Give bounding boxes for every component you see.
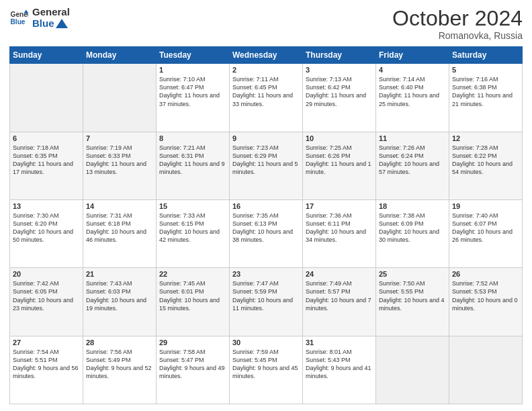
week-row-4: 20 Sunrise: 7:42 AMSunset: 6:05 PMDaylig… — [10, 268, 523, 336]
day-number: 22 — [159, 270, 226, 278]
day-cell: 20 Sunrise: 7:42 AMSunset: 6:05 PMDaylig… — [10, 268, 83, 336]
cell-info: Sunrise: 7:54 AMSunset: 5:51 PMDaylight:… — [13, 348, 80, 381]
day-cell: 19 Sunrise: 7:40 AMSunset: 6:07 PMDaylig… — [449, 199, 523, 267]
day-cell — [10, 64, 83, 132]
day-cell: 3 Sunrise: 7:13 AMSunset: 6:42 PMDayligh… — [303, 64, 376, 132]
day-number: 21 — [86, 270, 153, 278]
day-number: 19 — [452, 202, 519, 210]
day-cell: 24 Sunrise: 7:49 AMSunset: 5:57 PMDaylig… — [303, 268, 376, 336]
header: General Blue General Blue October 2024 R… — [9, 7, 523, 41]
cell-info: Sunrise: 7:50 AMSunset: 5:55 PMDaylight:… — [379, 279, 446, 312]
cell-info: Sunrise: 7:52 AMSunset: 5:53 PMDaylight:… — [452, 279, 519, 312]
day-number: 5 — [452, 66, 519, 74]
day-cell: 14 Sunrise: 7:31 AMSunset: 6:18 PMDaylig… — [83, 199, 157, 267]
day-number: 3 — [306, 66, 373, 74]
day-header-thursday: Thursday — [303, 47, 376, 64]
day-number: 11 — [379, 134, 446, 142]
day-header-saturday: Saturday — [449, 47, 523, 64]
day-cell: 30 Sunrise: 7:59 AMSunset: 5:45 PMDaylig… — [230, 336, 303, 404]
day-cell: 27 Sunrise: 7:54 AMSunset: 5:51 PMDaylig… — [10, 336, 83, 404]
cell-info: Sunrise: 7:18 AMSunset: 6:35 PMDaylight:… — [13, 144, 80, 177]
day-cell: 16 Sunrise: 7:35 AMSunset: 6:13 PMDaylig… — [230, 199, 303, 267]
cell-info: Sunrise: 7:43 AMSunset: 6:03 PMDaylight:… — [86, 279, 153, 312]
cell-info: Sunrise: 7:35 AMSunset: 6:13 PMDaylight:… — [232, 212, 300, 244]
day-number: 1 — [159, 66, 226, 74]
logo-blue: Blue — [32, 18, 70, 30]
day-number: 24 — [306, 270, 373, 278]
week-row-5: 27 Sunrise: 7:54 AMSunset: 5:51 PMDaylig… — [10, 336, 523, 404]
cell-info: Sunrise: 7:23 AMSunset: 6:29 PMDaylight:… — [232, 144, 300, 177]
day-number: 27 — [13, 338, 80, 347]
logo-arrow-icon — [56, 19, 68, 28]
cell-info: Sunrise: 7:40 AMSunset: 6:07 PMDaylight:… — [452, 212, 519, 244]
week-row-3: 13 Sunrise: 7:30 AMSunset: 6:20 PMDaylig… — [10, 199, 523, 267]
day-cell: 25 Sunrise: 7:50 AMSunset: 5:55 PMDaylig… — [376, 268, 449, 336]
day-cell: 29 Sunrise: 7:58 AMSunset: 5:47 PMDaylig… — [157, 336, 230, 404]
cell-info: Sunrise: 7:36 AMSunset: 6:11 PMDaylight:… — [306, 212, 373, 244]
day-number: 31 — [306, 338, 373, 347]
cell-info: Sunrise: 7:21 AMSunset: 6:31 PMDaylight:… — [159, 144, 226, 177]
day-header-friday: Friday — [376, 47, 449, 64]
day-number: 17 — [306, 202, 373, 210]
day-header-monday: Monday — [83, 47, 157, 64]
day-header-tuesday: Tuesday — [157, 47, 230, 64]
day-number: 8 — [159, 134, 226, 142]
cell-info: Sunrise: 7:58 AMSunset: 5:47 PMDaylight:… — [159, 348, 226, 381]
day-cell: 22 Sunrise: 7:45 AMSunset: 6:01 PMDaylig… — [157, 268, 230, 336]
logo: General Blue General Blue — [9, 7, 70, 29]
day-header-row: SundayMondayTuesdayWednesdayThursdayFrid… — [10, 47, 523, 64]
cell-info: Sunrise: 7:45 AMSunset: 6:01 PMDaylight:… — [159, 279, 226, 312]
day-cell: 1 Sunrise: 7:10 AMSunset: 6:47 PMDayligh… — [157, 64, 230, 132]
day-number: 20 — [13, 270, 80, 278]
day-number: 23 — [232, 270, 300, 278]
day-cell — [376, 336, 449, 404]
day-cell: 5 Sunrise: 7:16 AMSunset: 6:38 PMDayligh… — [449, 64, 523, 132]
day-cell: 31 Sunrise: 8:01 AMSunset: 5:43 PMDaylig… — [303, 336, 376, 404]
day-number: 28 — [86, 338, 153, 347]
cell-info: Sunrise: 7:42 AMSunset: 6:05 PMDaylight:… — [13, 279, 80, 312]
day-number: 13 — [13, 202, 80, 210]
week-row-2: 6 Sunrise: 7:18 AMSunset: 6:35 PMDayligh… — [10, 132, 523, 199]
day-cell: 10 Sunrise: 7:25 AMSunset: 6:26 PMDaylig… — [303, 132, 376, 199]
day-cell: 18 Sunrise: 7:38 AMSunset: 6:09 PMDaylig… — [376, 199, 449, 267]
day-number: 26 — [452, 270, 519, 278]
month-title: October 2024 — [392, 7, 523, 30]
day-cell: 28 Sunrise: 7:56 AMSunset: 5:49 PMDaylig… — [83, 336, 157, 404]
cell-info: Sunrise: 7:16 AMSunset: 6:38 PMDaylight:… — [452, 75, 519, 108]
week-row-1: 1 Sunrise: 7:10 AMSunset: 6:47 PMDayligh… — [10, 64, 523, 132]
day-cell: 9 Sunrise: 7:23 AMSunset: 6:29 PMDayligh… — [230, 132, 303, 199]
cell-info: Sunrise: 7:30 AMSunset: 6:20 PMDaylight:… — [13, 212, 80, 244]
cell-info: Sunrise: 7:25 AMSunset: 6:26 PMDaylight:… — [306, 144, 373, 177]
cell-info: Sunrise: 7:11 AMSunset: 6:45 PMDaylight:… — [232, 75, 300, 108]
day-cell: 15 Sunrise: 7:33 AMSunset: 6:15 PMDaylig… — [157, 199, 230, 267]
day-number: 16 — [232, 202, 300, 210]
cell-info: Sunrise: 7:33 AMSunset: 6:15 PMDaylight:… — [159, 212, 226, 244]
day-cell: 2 Sunrise: 7:11 AMSunset: 6:45 PMDayligh… — [230, 64, 303, 132]
day-number: 10 — [306, 134, 373, 142]
day-cell: 26 Sunrise: 7:52 AMSunset: 5:53 PMDaylig… — [449, 268, 523, 336]
day-cell: 7 Sunrise: 7:19 AMSunset: 6:33 PMDayligh… — [83, 132, 157, 199]
cell-info: Sunrise: 7:14 AMSunset: 6:40 PMDaylight:… — [379, 75, 446, 108]
day-number: 25 — [379, 270, 446, 278]
day-cell: 12 Sunrise: 7:28 AMSunset: 6:22 PMDaylig… — [449, 132, 523, 199]
day-number: 9 — [232, 134, 300, 142]
cell-info: Sunrise: 7:38 AMSunset: 6:09 PMDaylight:… — [379, 212, 446, 244]
day-cell: 23 Sunrise: 7:47 AMSunset: 5:59 PMDaylig… — [230, 268, 303, 336]
location: Romanovka, Russia — [392, 30, 523, 41]
day-number: 4 — [379, 66, 446, 74]
day-cell: 6 Sunrise: 7:18 AMSunset: 6:35 PMDayligh… — [10, 132, 83, 199]
day-cell — [449, 336, 523, 404]
day-number: 6 — [13, 134, 80, 142]
day-cell: 11 Sunrise: 7:26 AMSunset: 6:24 PMDaylig… — [376, 132, 449, 199]
day-cell: 8 Sunrise: 7:21 AMSunset: 6:31 PMDayligh… — [157, 132, 230, 199]
cell-info: Sunrise: 7:59 AMSunset: 5:45 PMDaylight:… — [232, 348, 300, 381]
cell-info: Sunrise: 7:26 AMSunset: 6:24 PMDaylight:… — [379, 144, 446, 177]
day-cell: 17 Sunrise: 7:36 AMSunset: 6:11 PMDaylig… — [303, 199, 376, 267]
day-number: 29 — [159, 338, 226, 347]
cell-info: Sunrise: 7:10 AMSunset: 6:47 PMDaylight:… — [159, 75, 226, 108]
day-cell: 21 Sunrise: 7:43 AMSunset: 6:03 PMDaylig… — [83, 268, 157, 336]
svg-marker-4 — [56, 19, 68, 28]
day-cell — [83, 64, 157, 132]
day-number: 30 — [232, 338, 300, 347]
day-number: 18 — [379, 202, 446, 210]
